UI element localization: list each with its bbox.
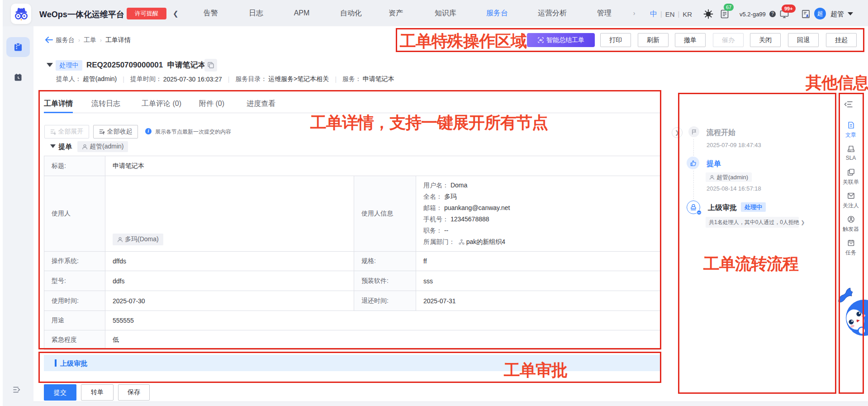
svg-text:AI: AI	[539, 38, 542, 42]
